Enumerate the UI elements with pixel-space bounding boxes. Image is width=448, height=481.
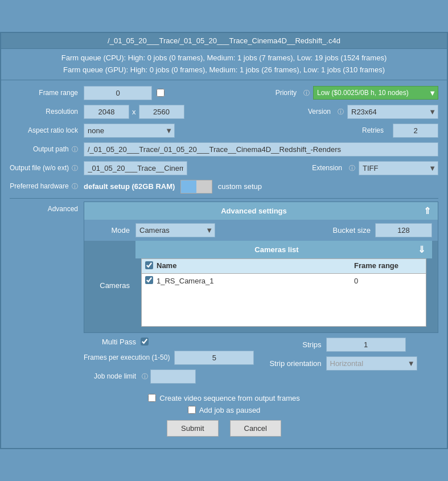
submit-row: Submit Cancel	[10, 420, 438, 437]
create-video-checkbox[interactable]	[148, 394, 156, 402]
extension-label: Extension	[302, 164, 348, 172]
job-node-limit-input[interactable]	[150, 369, 196, 384]
preferred-hardware-label: Preferred hardware ⓘ	[10, 182, 84, 191]
bucket-size-input[interactable]	[375, 223, 432, 237]
extension-select[interactable]: TIFF	[359, 161, 438, 175]
output-file-input[interactable]	[84, 161, 187, 175]
version-info-icon: ⓘ	[338, 108, 344, 116]
advanced-section: Advanced settings ⇑ Mode Cameras ▼	[84, 202, 438, 333]
frame-range-row: Frame range Priority ⓘ Low ($0.0025/0B h…	[10, 86, 438, 100]
resolution-width-input[interactable]	[84, 105, 129, 119]
bottom-options: Multi Pass Frames per execution (1-50) J…	[84, 338, 438, 388]
hardware-toggle[interactable]	[180, 180, 212, 194]
frames-per-input[interactable]	[174, 351, 254, 365]
footer-checkboxes: Create video sequence from output frames…	[10, 394, 438, 414]
aspect-ratio-label: Aspect ratio lock	[10, 126, 84, 134]
aspect-ratio-row: Aspect ratio lock none ▼ Retries	[10, 124, 438, 138]
cancel-button[interactable]: Cancel	[230, 420, 281, 437]
preferred-hardware-value: default setup (62GB RAM)	[84, 182, 175, 191]
output-file-row: Output file (w/o ext) ⓘ Extension ⓘ TIFF…	[10, 161, 438, 175]
output-file-info-icon: ⓘ	[72, 165, 78, 171]
toggle-left-btn[interactable]	[181, 180, 196, 193]
title-bar: /_01_05_20___Trace/_01_05_20___Trace_Cin…	[1, 33, 447, 49]
submit-button[interactable]: Submit	[167, 420, 218, 437]
cameras-table-header: Name Frame range	[142, 259, 426, 274]
cameras-list-header: Cameras list ⇓	[135, 241, 432, 258]
mode-select[interactable]: Cameras	[135, 223, 215, 237]
camera-row-frame: 0	[354, 277, 422, 285]
mode-row: Mode Cameras ▼ Bucket size	[84, 220, 438, 241]
cameras-list: Name Frame range 1_RS_Camera_1 0	[141, 258, 426, 327]
output-path-input[interactable]	[84, 142, 438, 157]
cameras-header-checkbox[interactable]	[145, 261, 153, 269]
window-title: /_01_05_20___Trace/_01_05_20___Trace_Cin…	[108, 36, 340, 45]
main-window: /_01_05_20___Trace/_01_05_20___Trace_Cin…	[0, 32, 448, 449]
resolution-label: Resolution	[10, 108, 84, 116]
output-path-label: Output path ⓘ	[10, 145, 84, 154]
priority-info-icon: ⓘ	[303, 89, 310, 97]
create-video-row: Create video sequence from output frames	[148, 394, 299, 402]
job-node-limit-label: Job node limit	[84, 372, 141, 380]
advanced-row: Advanced Advanced settings ⇑ Mode Camera…	[10, 202, 438, 388]
resolution-row: Resolution x Version ⓘ R23x64 ▼	[10, 105, 438, 119]
divider-1	[10, 198, 438, 199]
advanced-settings-header: Advanced settings ⇑	[84, 202, 438, 220]
job-node-limit-row: Job node limit ⓘ	[84, 369, 259, 384]
aspect-ratio-select[interactable]: none	[84, 124, 175, 138]
farm-info: Farm queue (CPU): High: 0 jobs (0 frames…	[1, 49, 447, 80]
version-select[interactable]: R23x64	[347, 105, 438, 119]
advanced-collapse-icon[interactable]: ⇑	[420, 205, 434, 216]
advanced-settings-title: Advanced settings	[88, 207, 420, 215]
right-options: Strips Strip orientation Horizontal Vert…	[264, 338, 439, 388]
camera-row-name: 1_RS_Camera_1	[157, 277, 354, 285]
left-options: Multi Pass Frames per execution (1-50) J…	[84, 338, 259, 388]
priority-label: Priority	[257, 89, 302, 97]
multi-pass-row: Multi Pass	[84, 338, 259, 346]
strips-row: Strips	[264, 338, 439, 352]
bucket-size-label: Bucket size	[333, 226, 371, 235]
cameras-label: Cameras	[90, 281, 135, 290]
mode-label: Mode	[90, 226, 135, 235]
toggle-right-btn[interactable]	[196, 180, 212, 193]
create-video-label: Create video sequence from output frames	[159, 394, 299, 402]
version-label: Version	[291, 108, 336, 116]
custom-setup-label: custom setup	[218, 182, 262, 191]
strip-orientation-select[interactable]: Horizontal Vertical	[326, 356, 417, 371]
add-job-paused-label: Add job as paused	[199, 406, 261, 414]
output-file-label: Output file (w/o ext) ⓘ	[10, 164, 84, 172]
frame-range-checkbox[interactable]	[157, 89, 165, 97]
table-row: 1_RS_Camera_1 0	[142, 274, 426, 288]
retries-input[interactable]	[393, 124, 438, 138]
retries-label: Retries	[344, 126, 389, 134]
strip-orientation-row: Strip orientation Horizontal Vertical ▼	[264, 356, 439, 371]
frames-per-label: Frames per execution (1-50)	[84, 353, 174, 361]
frame-range-label: Frame range	[10, 89, 84, 97]
camera-row-checkbox[interactable]	[145, 276, 153, 284]
add-job-paused-checkbox[interactable]	[188, 406, 196, 414]
frames-per-row: Frames per execution (1-50)	[84, 351, 259, 365]
strip-orientation-label: Strip orientation	[264, 359, 326, 368]
cameras-list-title: Cameras list	[139, 245, 414, 254]
resolution-height-input[interactable]	[139, 105, 184, 119]
x-separator: x	[132, 108, 136, 116]
farm-info-cpu: Farm queue (CPU): High: 0 jobs (0 frames…	[3, 52, 445, 64]
extension-info-icon: ⓘ	[349, 164, 355, 172]
camera-col-frame-header: Frame range	[354, 261, 422, 271]
frame-range-input[interactable]	[84, 86, 152, 100]
farm-info-gpu: Farm queue (GPU): High: 0 jobs (0 frames…	[3, 64, 445, 76]
preferred-hardware-info-icon: ⓘ	[72, 183, 78, 190]
priority-select[interactable]: Low ($0.0025/0B h, 10 nodes)	[313, 86, 438, 100]
output-path-row: Output path ⓘ	[10, 142, 438, 157]
strips-label: Strips	[264, 340, 326, 349]
job-node-limit-info-icon: ⓘ	[142, 372, 148, 381]
multi-pass-checkbox[interactable]	[141, 338, 149, 346]
multi-pass-label: Multi Pass	[84, 338, 141, 346]
output-path-info-icon: ⓘ	[72, 146, 78, 153]
add-job-paused-row: Add job as paused	[188, 406, 261, 414]
cameras-collapse-icon[interactable]: ⇓	[414, 244, 429, 255]
strips-input[interactable]	[326, 338, 406, 352]
camera-col-name-header: Name	[157, 261, 354, 271]
cameras-row: Cameras Cameras list ⇓ Name Frame rang	[84, 241, 438, 330]
preferred-hardware-row: Preferred hardware ⓘ default setup (62GB…	[10, 180, 438, 194]
advanced-label: Advanced	[10, 202, 84, 213]
